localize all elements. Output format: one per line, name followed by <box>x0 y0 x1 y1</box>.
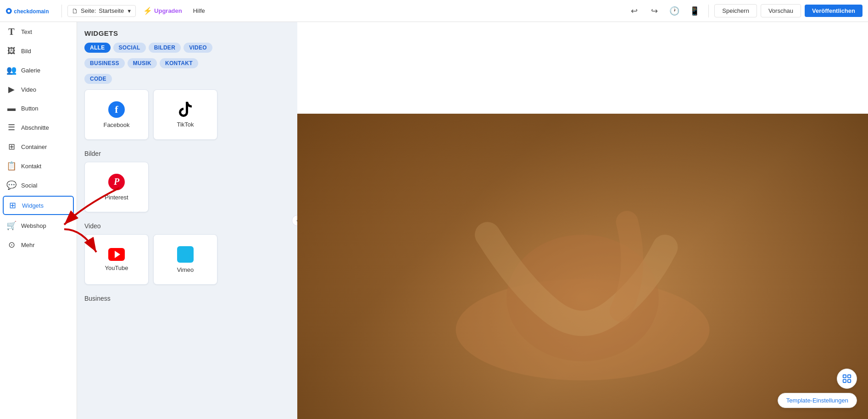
hilfe-button[interactable]: Hilfe <box>189 6 209 16</box>
save-button[interactable]: Speichern <box>714 4 757 17</box>
chevron-down-icon: ▼ <box>127 8 132 14</box>
filter-video[interactable]: VIDEO <box>184 43 212 53</box>
sidebar-item-social[interactable]: 💬 Social <box>0 176 77 195</box>
sidebar-item-video[interactable]: ▶ Video <box>0 80 77 99</box>
history-button[interactable]: 🕐 <box>666 3 683 19</box>
hilfe-label: Hilfe <box>193 7 205 14</box>
sidebar-item-kontakt[interactable]: 📋 Kontakt <box>0 156 77 176</box>
upgrade-label: Upgraden <box>154 7 182 14</box>
facebook-icon: f <box>108 101 125 118</box>
sidebar-item-button[interactable]: ▬ Button <box>0 99 77 118</box>
template-settings-button[interactable]: Template-Einstellungen <box>778 393 857 408</box>
undo-button[interactable]: ↩ <box>626 3 642 19</box>
sidebar-item-widgets[interactable]: ⊞ Widgets <box>3 196 74 215</box>
filter-kontakt[interactable]: KONTAKT <box>160 58 198 68</box>
svg-rect-7 <box>843 380 846 382</box>
svg-rect-6 <box>848 375 851 378</box>
widgets-title: WIDGETS <box>77 22 297 41</box>
widget-card-pinterest[interactable]: P Pinterest <box>84 162 149 212</box>
template-icon-button[interactable] <box>837 369 857 389</box>
svg-point-1 <box>8 10 10 12</box>
sidebar-item-text[interactable]: T Text <box>0 22 77 42</box>
filter-code[interactable]: CODE <box>84 74 112 84</box>
sidebar-label-text: Text <box>21 28 32 35</box>
filter-row-2: BUSINESS MUSIK KONTAKT <box>77 56 297 72</box>
sidebar-item-container[interactable]: ⊞ Container <box>0 137 77 156</box>
svg-rect-5 <box>843 375 846 378</box>
svg-rect-8 <box>848 380 851 382</box>
topbar-divider-2 <box>708 5 709 17</box>
filter-social[interactable]: SOCIAL <box>113 43 146 53</box>
page-name: Startseite <box>99 7 124 14</box>
sidebar-label-bild: Bild <box>21 48 31 55</box>
image-icon: 🖼 <box>6 46 17 56</box>
filter-musik[interactable]: MUSIK <box>128 58 157 68</box>
widget-card-facebook[interactable]: f Facebook <box>84 89 149 140</box>
tiktok-label: TikTok <box>177 121 194 128</box>
section-video-label: Video <box>77 218 297 232</box>
widget-card-vimeo[interactable]: Vimeo <box>153 234 217 285</box>
logo[interactable]: checkdomain <box>6 6 56 16</box>
sections-icon: ☰ <box>6 122 17 132</box>
sidebar-label-kontakt: Kontakt <box>21 163 41 170</box>
filter-business[interactable]: BUSINESS <box>84 58 125 68</box>
canvas-top <box>297 22 868 114</box>
page-selector[interactable]: 🗋 Seite: Startseite ▼ <box>67 5 136 17</box>
sidebar-label-webshop: Webshop <box>21 222 46 229</box>
vimeo-icon <box>177 246 194 263</box>
tiktok-icon <box>178 102 193 117</box>
youtube-icon <box>108 248 125 261</box>
sidebar: T Text 🖼 Bild 👥 Galerie ▶ Video ▬ Button… <box>0 22 77 419</box>
upgrade-button[interactable]: ⚡ Upgraden <box>139 5 186 17</box>
canvas: Template-Einstellungen <box>297 22 868 419</box>
text-icon: T <box>6 27 17 37</box>
widgets-panel: WIDGETS ALLE SOCIAL BILDER VIDEO BUSINES… <box>77 22 297 419</box>
preview-button[interactable]: Vorschau <box>761 4 801 17</box>
mobile-icon: 📱 <box>690 6 700 16</box>
filter-alle[interactable]: ALLE <box>84 43 111 53</box>
gallery-icon: 👥 <box>6 65 17 75</box>
topbar-divider <box>61 5 62 17</box>
youtube-label: YouTube <box>105 265 128 271</box>
sidebar-item-mehr[interactable]: ⊙ Mehr <box>0 235 77 254</box>
svg-text:checkdomain: checkdomain <box>14 8 49 14</box>
topbar: checkdomain 🗋 Seite: Startseite ▼ ⚡ Upgr… <box>0 0 868 22</box>
pinterest-label: Pinterest <box>105 194 128 201</box>
sidebar-item-bild[interactable]: 🖼 Bild <box>0 42 77 61</box>
webshop-icon: 🛒 <box>6 221 17 231</box>
widget-card-tiktok[interactable]: TikTok <box>153 89 217 140</box>
sidebar-label-galerie: Galerie <box>21 67 40 74</box>
sidebar-item-abschnitte[interactable]: ☰ Abschnitte <box>0 118 77 137</box>
widgets-icon: ⊞ <box>7 200 17 210</box>
mehr-icon: ⊙ <box>6 240 17 250</box>
social-widgets-grid: f Facebook TikTok <box>77 88 297 145</box>
page-icon: 🗋 <box>72 7 78 15</box>
sidebar-label-container: Container <box>21 143 47 150</box>
redo-icon: ↪ <box>651 6 658 16</box>
section-bilder-label: Bilder <box>77 145 297 160</box>
sidebar-item-galerie[interactable]: 👥 Galerie <box>0 61 77 80</box>
pinterest-icon: P <box>108 174 125 190</box>
main-layout: T Text 🖼 Bild 👥 Galerie ▶ Video ▬ Button… <box>0 22 868 419</box>
bilder-widgets-grid: P Pinterest <box>77 160 297 218</box>
facebook-label: Facebook <box>103 121 129 128</box>
sidebar-item-webshop[interactable]: 🛒 Webshop <box>0 216 77 235</box>
canvas-image <box>297 114 868 419</box>
mobile-view-button[interactable]: 📱 <box>686 3 703 19</box>
sidebar-label-abschnitte: Abschnitte <box>21 124 49 131</box>
sidebar-label-widgets: Widgets <box>22 202 44 209</box>
container-icon: ⊞ <box>6 142 17 152</box>
template-settings-label: Template-Einstellungen <box>786 397 848 404</box>
sidebar-label-video: Video <box>21 86 36 93</box>
filter-bilder[interactable]: BILDER <box>149 43 181 53</box>
widget-card-youtube[interactable]: YouTube <box>84 234 149 285</box>
video-widgets-grid: YouTube Vimeo <box>77 232 297 290</box>
sidebar-label-social: Social <box>21 182 37 189</box>
redo-button[interactable]: ↪ <box>646 3 662 19</box>
history-icon: 🕐 <box>669 6 679 16</box>
undo-icon: ↩ <box>631 6 638 16</box>
publish-button[interactable]: Veröffentlichen <box>805 5 862 17</box>
chevron-left-icon: ‹ <box>296 217 297 224</box>
sidebar-label-mehr: Mehr <box>21 242 35 248</box>
social-icon: 💬 <box>6 180 17 190</box>
